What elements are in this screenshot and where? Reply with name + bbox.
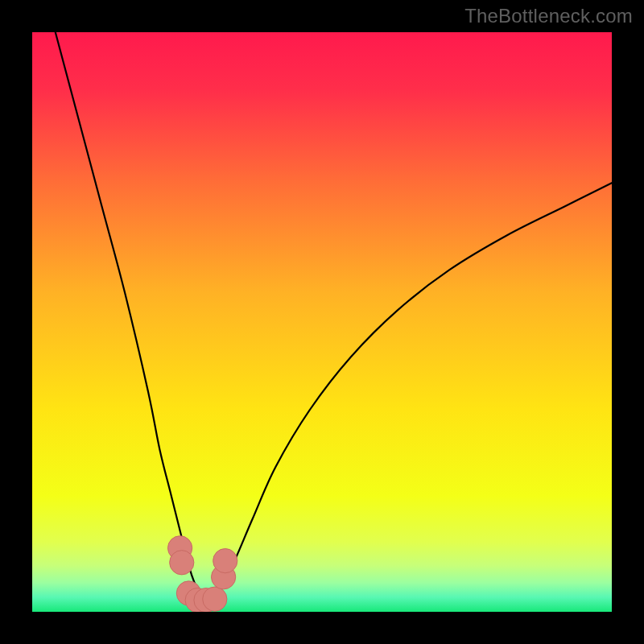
- watermark-text: TheBottleneck.com: [464, 5, 633, 27]
- chart-svg: [32, 32, 612, 612]
- outer-frame: TheBottleneck.com: [0, 0, 644, 644]
- marker-group: [167, 536, 237, 612]
- highlight-dot: [170, 551, 194, 575]
- plot-area: [32, 32, 612, 612]
- highlight-dot: [213, 549, 237, 573]
- highlight-dot: [203, 587, 227, 611]
- bottleneck-curve: [56, 32, 612, 601]
